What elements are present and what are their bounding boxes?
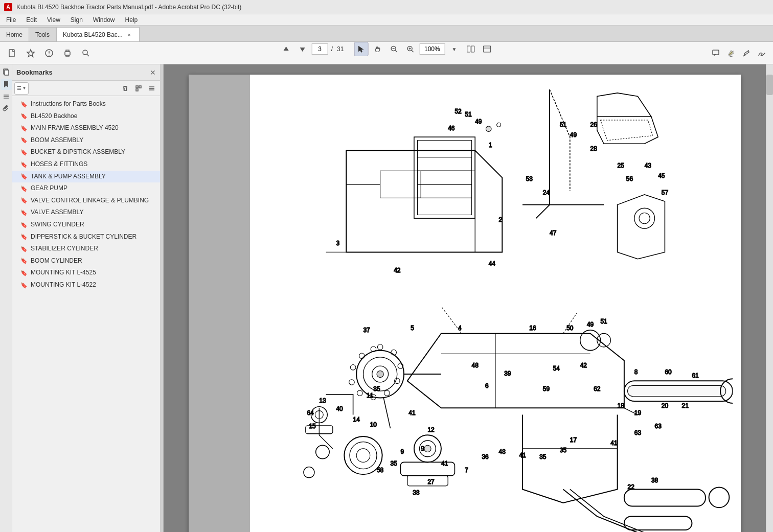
comment-button[interactable] xyxy=(709,46,723,60)
tab-document[interactable]: Kubota BL4520 Bac... × xyxy=(56,27,140,41)
panel-icon-attachments[interactable] xyxy=(1,103,12,114)
bookmark-item-tank-pump[interactable]: 🔖 TANK & PUMP ASSEMBLY xyxy=(12,171,160,183)
bookmark-label: MOUNTING KIT L-4525 xyxy=(31,269,96,277)
menu-file[interactable]: File xyxy=(2,15,20,25)
svg-text:52: 52 xyxy=(454,108,462,115)
svg-text:25: 25 xyxy=(618,162,625,169)
svg-text:64: 64 xyxy=(307,409,314,417)
drawing-button[interactable] xyxy=(739,46,754,60)
bookmark-item-boom-cylinder[interactable]: 🔖 BOOM CYLINDER xyxy=(12,255,160,267)
svg-text:63: 63 xyxy=(634,429,642,436)
svg-point-75 xyxy=(384,390,390,396)
bookmark-item-boom-assembly[interactable]: 🔖 BOOM ASSEMBLY xyxy=(12,134,160,147)
panel-icon-layers[interactable] xyxy=(1,91,12,102)
total-pages: 31 xyxy=(336,45,345,53)
svg-text:39: 39 xyxy=(504,370,511,377)
bookmarks-menu-dropdown[interactable]: ☰▼ xyxy=(14,82,29,95)
bookmark-item-swing-cylinder[interactable]: 🔖 SWING CYLINDER xyxy=(12,219,160,231)
svg-text:38: 38 xyxy=(413,489,420,496)
svg-point-79 xyxy=(350,364,356,370)
bookmarks-close-button[interactable]: ✕ xyxy=(150,68,156,77)
svg-rect-83 xyxy=(628,386,726,397)
svg-text:44: 44 xyxy=(489,260,496,267)
bookmark-item-gear-pump[interactable]: 🔖 GEAR PUMP xyxy=(12,182,160,195)
bookmark-item-hoses[interactable]: 🔖 HOSES & FITTINGS xyxy=(12,158,160,171)
svg-rect-161 xyxy=(624,516,692,530)
prev-page-button[interactable] xyxy=(279,42,293,56)
menu-sign[interactable]: Sign xyxy=(66,15,87,25)
menu-view[interactable]: View xyxy=(43,15,64,25)
svg-text:5: 5 xyxy=(411,325,414,332)
svg-text:26: 26 xyxy=(590,121,598,128)
search-button[interactable] xyxy=(78,45,94,61)
tab-doc-label: Kubota BL4520 Bac... xyxy=(63,31,123,38)
bookmark-item-mounting-4525[interactable]: 🔖 MOUNTING KIT L-4525 xyxy=(12,267,160,279)
bookmark-item-instructions[interactable]: 🔖 Instructions for Parts Books xyxy=(12,98,160,110)
svg-rect-17 xyxy=(483,46,490,52)
svg-text:13: 13 xyxy=(319,397,326,404)
hand-tool-button[interactable] xyxy=(370,42,384,56)
view-mode-button[interactable] xyxy=(480,42,494,56)
svg-text:20: 20 xyxy=(662,402,669,409)
print-button[interactable] xyxy=(59,45,76,61)
new-file-button[interactable] xyxy=(4,45,20,61)
svg-text:8: 8 xyxy=(634,368,638,376)
bookmark-item-bl4520[interactable]: 🔖 BL4520 Backhoe xyxy=(12,110,160,123)
bookmark-flag-icon: 🔖 xyxy=(20,173,28,180)
svg-line-14 xyxy=(411,50,413,52)
pdf-gray-margin xyxy=(189,75,250,532)
bookmark-item-stabilizer[interactable]: 🔖 STABILIZER CYLINDER xyxy=(12,243,160,255)
panel-icon-bookmarks[interactable] xyxy=(1,79,12,90)
bookmark-delete-button[interactable] xyxy=(119,82,131,95)
svg-text:51: 51 xyxy=(600,318,607,325)
svg-rect-28 xyxy=(136,89,138,91)
zoom-input[interactable] xyxy=(419,43,445,55)
bookmark-item-bucket[interactable]: 🔖 BUCKET & DIPSTICK ASSEMBLY xyxy=(12,146,160,158)
bookmark-label: Instructions for Parts Books xyxy=(31,100,106,108)
pdf-viewer[interactable]: 46 1 49 51 52 47 53 28 56 25 43 45 57 26 xyxy=(164,64,766,532)
menu-window[interactable]: Window xyxy=(89,15,119,25)
bookmark-item-valve-control[interactable]: 🔖 VALVE CONTROL LINKAGE & PLUMBING xyxy=(12,195,160,207)
svg-text:56: 56 xyxy=(626,175,633,182)
bookmark-item-dipperstick[interactable]: 🔖 DIPPERSTICK & BUCKET CYLINDER xyxy=(12,231,160,243)
svg-point-105 xyxy=(486,126,491,132)
fit-page-button[interactable] xyxy=(463,42,478,56)
page-number-input[interactable] xyxy=(312,43,328,55)
bookmark-item-mainframe[interactable]: 🔖 MAIN FRAME ASSEMBLY 4520 xyxy=(12,122,160,134)
svg-text:41: 41 xyxy=(519,452,526,459)
svg-text:40: 40 xyxy=(336,405,343,412)
panel-icon-pages[interactable] xyxy=(1,66,12,78)
zoom-in-button[interactable] xyxy=(403,42,417,56)
bookmark-collapse-button[interactable] xyxy=(146,82,158,95)
svg-point-70 xyxy=(377,371,383,377)
bookmark-item-valve-assembly[interactable]: 🔖 VALVE ASSEMBLY xyxy=(12,206,160,219)
save-button[interactable] xyxy=(41,45,57,61)
tab-home-label: Home xyxy=(6,31,22,38)
menu-help[interactable]: Help xyxy=(121,15,142,25)
bookmark-label: VALVE CONTROL LINKAGE & PLUMBING xyxy=(31,197,149,205)
tab-tools[interactable]: Tools xyxy=(29,27,56,41)
right-toolbar xyxy=(709,42,769,64)
bookmark-star-button[interactable] xyxy=(22,45,39,61)
svg-text:58: 58 xyxy=(377,467,384,474)
zoom-out-button[interactable] xyxy=(386,42,401,56)
svg-text:2: 2 xyxy=(499,216,503,223)
menu-edit[interactable]: Edit xyxy=(22,15,41,25)
sign-button[interactable] xyxy=(755,46,769,60)
svg-text:62: 62 xyxy=(594,385,601,392)
highlight-button[interactable] xyxy=(724,46,738,60)
bookmark-label: SWING CYLINDER xyxy=(31,221,84,229)
bookmark-item-mounting-4522[interactable]: 🔖 MOUNTING KIT L-4522 xyxy=(12,279,160,291)
next-page-button[interactable] xyxy=(295,42,310,56)
vertical-scrollbar[interactable] xyxy=(766,64,773,532)
select-tool-button[interactable] xyxy=(354,42,368,56)
title-text: Kubota BL4520 Backhoe Tractor Parts Manu… xyxy=(16,4,241,11)
tab-close-button[interactable]: × xyxy=(126,31,133,38)
tab-home[interactable]: Home xyxy=(0,27,29,41)
svg-rect-33 xyxy=(414,137,475,218)
svg-rect-27 xyxy=(139,86,141,88)
bookmark-flag-icon: 🔖 xyxy=(20,269,28,276)
zoom-dropdown-button[interactable]: ▼ xyxy=(447,42,461,56)
bookmark-expand-button[interactable] xyxy=(132,82,145,95)
bookmark-label: BOOM CYLINDER xyxy=(31,257,82,265)
